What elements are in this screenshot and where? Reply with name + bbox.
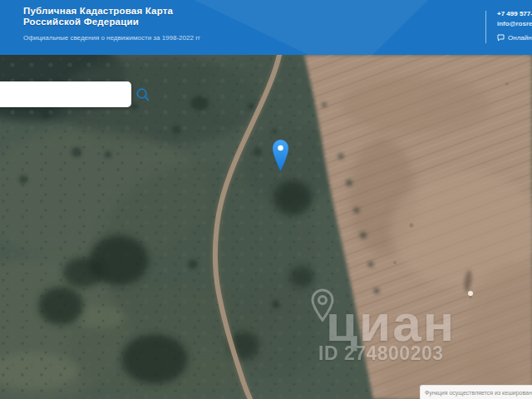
chat-icon: [497, 34, 505, 42]
marker-pin-shape: [273, 140, 288, 171]
map-attribution: Функция осуществляется из кеширования: [420, 385, 532, 399]
site-title-line2: Российской Федерации: [23, 17, 173, 27]
search-icon: [135, 87, 150, 102]
header-contacts: +7 499 577-0 info@rosree Онлайн п: [497, 10, 532, 42]
search-button[interactable]: [135, 86, 150, 103]
header-divider: [485, 11, 486, 43]
search-input[interactable]: [0, 81, 135, 107]
phone-link[interactable]: +7 499 577-0: [497, 10, 532, 17]
online-assistant-label: Онлайн п: [508, 34, 532, 42]
app-header: Публичная Кадастровая Карта Российской Ф…: [0, 0, 532, 55]
app-window: циан ID 274800203 Публичная Кадастровая …: [0, 0, 532, 399]
email-link[interactable]: info@rosree: [497, 20, 532, 27]
location-marker[interactable]: [273, 140, 288, 171]
attribution-text: Функция осуществляется из кеширования: [421, 390, 532, 396]
site-title-line1: Публичная Кадастровая Карта: [23, 7, 173, 17]
site-title[interactable]: Публичная Кадастровая Карта Российской Ф…: [23, 7, 173, 27]
online-assistant-link[interactable]: Онлайн п: [497, 34, 532, 42]
marker-center-dot: [278, 145, 283, 150]
vehicle-dot: [468, 291, 473, 296]
search-bar[interactable]: [0, 81, 131, 107]
site-subtitle: Официальные сведения о недвижимости за 1…: [23, 34, 200, 42]
